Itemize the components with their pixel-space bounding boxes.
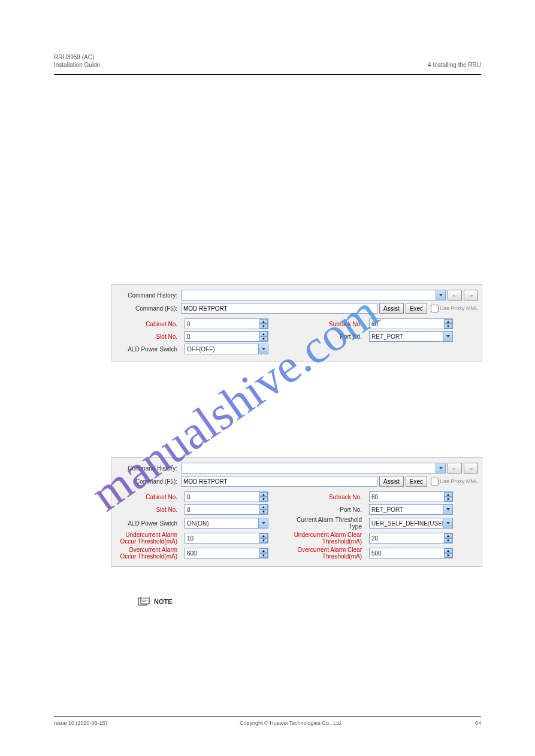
ald-power-select[interactable]: ON(ON) [185, 518, 268, 529]
spin-up-icon[interactable]: ▲ [444, 548, 452, 553]
use-proxy-input[interactable] [431, 478, 439, 485]
overcurrent-clear-input[interactable]: 500▲▼ [369, 548, 453, 558]
spin-down-icon[interactable]: ▼ [444, 497, 452, 502]
spin-down-icon[interactable]: ▼ [444, 553, 452, 558]
command-panel-1: Command History: ← → Command (F5): Assis… [111, 284, 482, 362]
port-no-select[interactable]: RET_PORT [369, 504, 453, 515]
footer-page-number: 64 [475, 720, 481, 726]
overcurrent-occur-input[interactable]: 600▲▼ [185, 548, 268, 558]
command-input[interactable] [181, 303, 377, 314]
port-no-label: Port No. [294, 506, 365, 513]
page-header-2: Installation Guide 4 Installing the RRU [54, 62, 481, 68]
history-next-button[interactable]: → [464, 290, 478, 300]
slot-no-label: Slot No. [115, 506, 181, 513]
port-no-label: Port No. [294, 333, 365, 340]
spin-down-icon[interactable]: ▼ [259, 324, 268, 329]
spin-down-icon[interactable]: ▼ [259, 509, 268, 514]
chevron-down-icon [443, 518, 452, 528]
slot-no-input[interactable]: 0▲▼ [185, 504, 268, 515]
assist-button[interactable]: Assist [379, 303, 404, 314]
chevron-down-icon [436, 463, 445, 473]
spin-up-icon[interactable]: ▲ [444, 492, 452, 497]
exec-button[interactable]: Exec [406, 303, 427, 314]
command-history-dropdown[interactable] [181, 290, 446, 300]
command-f5-label: Command (F5): [115, 478, 181, 485]
command-input[interactable] [181, 476, 377, 487]
spin-down-icon[interactable]: ▼ [259, 497, 268, 502]
history-next-button[interactable]: → [464, 463, 478, 473]
svg-rect-1 [141, 597, 149, 604]
overcurrent-clear-label: Overcurrent Alarm Clear Threshold(mA) [294, 546, 365, 560]
use-proxy-checkbox[interactable]: Use Proxy MML [431, 478, 478, 485]
current-alarm-threshold-type-label: Current Alarm Threshold Type [294, 517, 365, 530]
current-alarm-threshold-type-select[interactable]: UER_SELF_DEFINE(USER_ [369, 518, 453, 529]
spin-down-icon[interactable]: ▼ [444, 538, 452, 543]
undercurrent-clear-label: Undercurrent Alarm Clear Threshold(mA) [294, 532, 365, 545]
cabinet-no-label: Cabinet No. [115, 321, 181, 327]
spin-up-icon[interactable]: ▲ [259, 332, 268, 336]
history-prev-button[interactable]: ← [448, 463, 462, 473]
history-prev-button[interactable]: ← [448, 290, 462, 300]
cabinet-no-input[interactable]: 0▲▼ [185, 491, 268, 502]
chevron-down-icon [258, 344, 268, 354]
assist-button[interactable]: Assist [379, 476, 404, 487]
spin-up-icon[interactable]: ▲ [444, 533, 452, 538]
undercurrent-occur-input[interactable]: 10▲▼ [185, 533, 268, 544]
note-block: NOTE [138, 597, 481, 608]
chevron-down-icon [443, 505, 452, 514]
chevron-down-icon [436, 290, 445, 300]
note-icon [138, 597, 150, 608]
subrack-no-label: Subrack No. [294, 494, 365, 500]
spin-up-icon[interactable]: ▲ [259, 505, 268, 509]
page-footer: Issue 10 (2020-06-15) Copyright © Huawei… [54, 716, 481, 726]
spin-up-icon[interactable]: ▲ [259, 533, 268, 538]
ald-power-select[interactable]: OFF(OFF) [185, 344, 268, 354]
chevron-down-icon [258, 518, 268, 528]
command-history-label: Command History: [115, 292, 181, 299]
slot-no-label: Slot No. [115, 333, 181, 340]
use-proxy-checkbox[interactable]: Use Proxy MML [431, 305, 478, 312]
footer-issue: Issue 10 (2020-06-15) [54, 720, 107, 726]
spin-down-icon[interactable]: ▼ [259, 538, 268, 543]
subrack-no-input[interactable]: 60▲▼ [369, 491, 453, 502]
cabinet-no-input[interactable]: 0▲▼ [185, 318, 268, 329]
overcurrent-occur-label: Overcurrent Alarm Occur Threshold(mA) [115, 546, 181, 560]
command-f5-label: Command (F5): [115, 305, 181, 312]
spin-down-icon[interactable]: ▼ [259, 553, 268, 558]
spin-down-icon[interactable]: ▼ [444, 324, 452, 329]
spin-up-icon[interactable]: ▲ [444, 319, 452, 324]
use-proxy-input[interactable] [431, 305, 439, 312]
spin-up-icon[interactable]: ▲ [259, 319, 268, 324]
port-no-select[interactable]: RET_PORT [369, 331, 453, 342]
slot-no-input[interactable]: 0▲▼ [185, 331, 268, 342]
spin-up-icon[interactable]: ▲ [259, 548, 268, 553]
header-doc-title: Installation Guide [54, 62, 100, 68]
command-history-label: Command History: [115, 465, 181, 472]
undercurrent-clear-input[interactable]: 20▲▼ [369, 533, 453, 544]
page-header: RRU3959 (AC) [54, 54, 481, 60]
command-history-dropdown[interactable] [181, 463, 446, 473]
subrack-no-input[interactable]: 60▲▼ [369, 318, 453, 329]
command-panel-2: Command History: ← → Command (F5): Assis… [111, 457, 482, 567]
header-product: RRU3959 (AC) [54, 54, 94, 60]
use-proxy-label: Use Proxy MML [440, 478, 478, 484]
note-label: NOTE [154, 598, 173, 605]
header-section: 4 Installing the RRU [428, 62, 481, 68]
chevron-down-icon [443, 332, 452, 341]
ald-power-label: ALD Power Switch [115, 346, 181, 353]
exec-button[interactable]: Exec [406, 476, 427, 487]
spin-up-icon[interactable]: ▲ [259, 492, 268, 497]
cabinet-no-label: Cabinet No. [115, 494, 181, 500]
header-divider [54, 74, 481, 75]
spin-down-icon[interactable]: ▼ [259, 336, 268, 341]
use-proxy-label: Use Proxy MML [440, 305, 478, 311]
undercurrent-occur-label: Undercurrent Alarm Occur Threshold(mA) [115, 532, 181, 545]
subrack-no-label: Subrack No. [294, 321, 365, 327]
ald-power-label: ALD Power Switch [115, 520, 181, 527]
footer-copyright: Copyright © Huawei Technologies Co., Ltd… [240, 720, 343, 726]
